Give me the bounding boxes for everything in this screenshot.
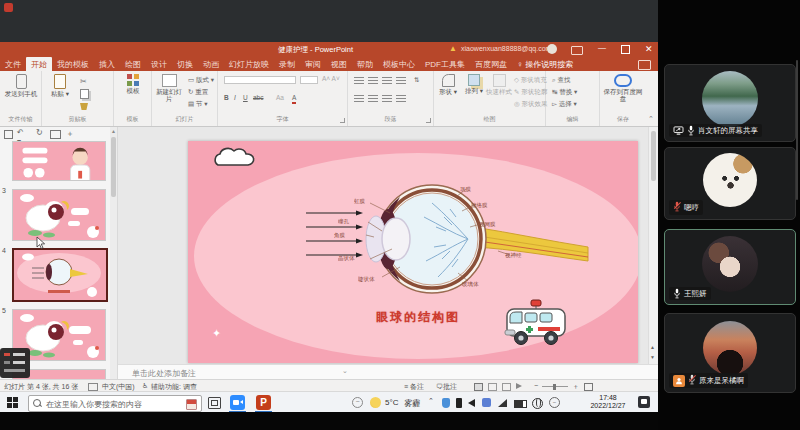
tab-transitions[interactable]: 切换 (172, 57, 198, 72)
weather-temp[interactable]: 5°C (385, 398, 398, 407)
account-avatar[interactable] (547, 44, 557, 54)
cut-icon[interactable]: ✂ (80, 77, 87, 86)
paste-button[interactable]: 粘贴 ▾ (48, 74, 72, 97)
participant-tile-4-host[interactable]: 原来是呆橘啊 (664, 313, 796, 393)
scroll-up-button[interactable]: ▲ (650, 344, 655, 350)
share-screen-icon[interactable] (638, 60, 651, 70)
tab-insert[interactable]: 插入 (94, 57, 120, 72)
notes-pane[interactable]: ⌄ 单击此处添加备注 (118, 364, 658, 379)
powerpoint-app-icon[interactable]: P (256, 395, 271, 410)
quick-styles-button[interactable]: 快速样式 (486, 74, 512, 95)
network-icon[interactable] (498, 399, 507, 407)
tab-animations[interactable]: 动画 (198, 57, 224, 72)
italic-button[interactable]: I (234, 93, 236, 102)
section-button[interactable]: ▤ 节 ▾ (188, 99, 208, 108)
align-center-icon[interactable] (368, 95, 378, 103)
save-to-baidu-button[interactable]: 保存到百度网盘 (602, 74, 644, 102)
thumbnail-scrollbar[interactable]: ▲ (110, 127, 117, 380)
redo-icon[interactable]: ↻ (36, 128, 43, 137)
tray-more-icon[interactable]: − (549, 397, 560, 408)
align-right-icon[interactable] (382, 95, 392, 103)
tab-design[interactable]: 设计 (146, 57, 172, 72)
slide-canvas[interactable]: 虹膜 瞳孔 角膜 晶状体 睫状体 巩膜 脉络膜 视网膜 视神经 玻璃体 眼球的结… (188, 141, 638, 363)
battery-icon[interactable] (514, 400, 527, 408)
tab-review[interactable]: 审阅 (300, 57, 326, 72)
notification-center-icon[interactable] (638, 396, 650, 408)
slide-sorter-view-icon[interactable] (488, 383, 497, 391)
customize-qat-icon[interactable]: ＋ (66, 128, 74, 139)
slideshow-from-start-icon[interactable] (50, 130, 61, 139)
tab-mytemplates[interactable]: 我的模板 (52, 57, 94, 72)
slide-thumbnail-3[interactable] (12, 189, 106, 241)
bold-button[interactable]: B (224, 93, 229, 102)
normal-view-icon[interactable] (474, 383, 483, 391)
close-button[interactable]: ✕ (645, 44, 653, 54)
align-left-icon[interactable] (354, 95, 364, 103)
zoom-out-button[interactable]: − (534, 382, 538, 389)
find-button[interactable]: ⌕ 查找 (552, 75, 570, 84)
task-view-button[interactable] (208, 397, 221, 409)
clock-date[interactable]: 2022/12/27 (588, 402, 628, 409)
tab-view[interactable]: 视图 (326, 57, 352, 72)
tab-draw[interactable]: 绘图 (120, 57, 146, 72)
text-direction-icon[interactable]: ⇅ (414, 75, 419, 84)
tray-expand-chevron[interactable]: ⌃ (428, 397, 434, 405)
sidebar-scrollbar[interactable] (796, 60, 798, 200)
tray-app-icon-blue[interactable] (442, 398, 450, 408)
editor-scrollbar[interactable]: ▲ ▼ (648, 127, 658, 364)
tab-baidu-pan[interactable]: 百度网盘 (470, 57, 512, 72)
arrange-button[interactable]: 排列 ▾ (462, 74, 486, 94)
numbering-icon[interactable] (368, 77, 378, 85)
indent-icon[interactable] (382, 77, 392, 85)
shapes-button[interactable]: 形状 ▾ (436, 74, 460, 95)
start-button[interactable] (7, 397, 18, 408)
shape-outline-button[interactable]: ✎ 形状轮廓 (514, 87, 547, 96)
tab-pdf-tools[interactable]: PDF工具集 (420, 57, 470, 72)
case-button[interactable]: Aa (276, 93, 284, 102)
font-size-combo[interactable] (300, 76, 318, 84)
justify-icon[interactable] (396, 95, 406, 103)
reset-button[interactable]: ↻ 重置 (188, 87, 208, 96)
font-color-button[interactable]: A (292, 93, 296, 104)
taskbar-search-box[interactable]: 在这里输入你要搜索的内容 (28, 395, 202, 412)
tab-home[interactable]: 开始 (26, 57, 52, 72)
tab-file[interactable]: 文件 (0, 57, 26, 72)
participant-tile-3-speaking[interactable]: 王熙妍 (664, 229, 796, 305)
copy-icon[interactable] (80, 89, 89, 99)
select-button[interactable]: ▻ 选择 ▾ (552, 99, 577, 108)
grow-font-icon[interactable]: A˄ A˅ (322, 74, 340, 83)
line-spacing-icon[interactable] (396, 77, 406, 85)
desktops-icon[interactable]: − (352, 397, 363, 408)
tray-phone-icon[interactable] (456, 398, 462, 408)
shape-effects-button[interactable]: ◎ 形状效果 (514, 99, 547, 108)
search-highlights-icon[interactable] (186, 399, 197, 410)
restore-button[interactable] (621, 45, 630, 54)
font-name-combo[interactable] (224, 76, 296, 84)
tab-slideshow[interactable]: 幻灯片放映 (224, 57, 274, 72)
slide-thumbnail-2[interactable] (12, 141, 106, 181)
scroll-down-button[interactable]: ▼ (650, 354, 655, 360)
underline-button[interactable]: U (243, 93, 248, 102)
notes-placeholder[interactable]: 单击此处添加备注 (132, 368, 196, 379)
slide-thumbnail-4-selected[interactable] (12, 248, 108, 302)
clock-time[interactable]: 17:48 (588, 394, 628, 401)
format-painter-icon[interactable] (80, 103, 88, 110)
volume-icon[interactable] (468, 399, 475, 407)
bullets-icon[interactable] (354, 77, 364, 85)
weather-condition[interactable]: 雾霾 (404, 398, 420, 409)
slideshow-view-icon[interactable] (516, 383, 522, 389)
globe-icon[interactable] (532, 398, 543, 409)
send-to-phone-button[interactable]: 发送到手机 (2, 74, 40, 97)
account-email[interactable]: xiaowenxuan88888@qq.com (461, 45, 551, 52)
participant-tile-2[interactable]: 嗯哼 (664, 147, 796, 220)
display-settings-icon[interactable] (571, 46, 583, 55)
strikethrough-button[interactable]: abc (253, 93, 263, 102)
collapse-ribbon-chevron[interactable]: ⌃ (648, 115, 654, 123)
tellme-search[interactable]: ♀ 操作说明搜索 (512, 57, 578, 72)
save-icon[interactable] (4, 130, 13, 139)
fit-to-window-icon[interactable] (584, 383, 593, 391)
shape-fill-button[interactable]: ◇ 形状填充 (514, 75, 547, 84)
tab-template-center[interactable]: 模板中心 (378, 57, 420, 72)
layout-button[interactable]: ▭ 版式 ▾ (188, 75, 214, 84)
meeting-floating-panel[interactable] (0, 348, 30, 378)
